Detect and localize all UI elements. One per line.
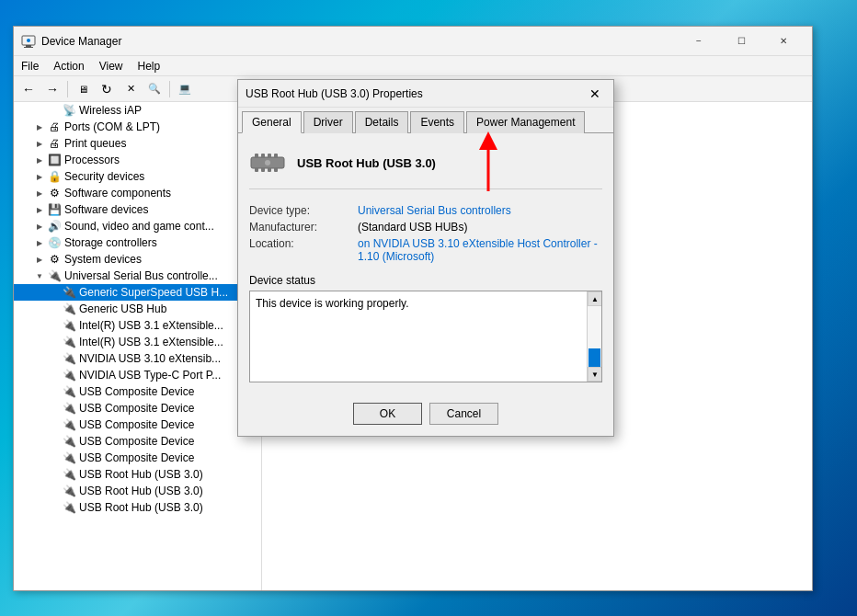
scan-button[interactable]: 🔍	[143, 79, 166, 99]
device-icon-nvidia-usb310: 🔌	[62, 351, 76, 366]
tree-item-software-devices[interactable]: ▶ 💾 Software devices	[14, 201, 261, 218]
tab-power-management[interactable]: Power Management	[466, 111, 585, 133]
label-usb-root-1: USB Root Hub (USB 3.0)	[79, 468, 203, 481]
tree-item-wireless[interactable]: 📡 Wireless iAP	[14, 102, 261, 119]
label-wireless: Wireless iAP	[79, 104, 142, 117]
dialog-tabs: General Driver Details Events Power Mana…	[238, 108, 613, 133]
expander-processors: ▶	[32, 153, 47, 167]
cancel-button[interactable]: Cancel	[429, 403, 498, 425]
uninstall-button[interactable]: ✕	[120, 79, 142, 99]
device-tree[interactable]: 📡 Wireless iAP ▶ 🖨 Ports (COM & LPT) ▶ 🖨…	[14, 102, 262, 590]
label-software-components: Software components	[64, 187, 171, 200]
device-icon-software-components: ⚙	[47, 186, 62, 200]
svg-rect-5	[255, 154, 258, 158]
tree-item-intel-usb31-1[interactable]: 🔌 Intel(R) USB 3.1 eXtensible...	[14, 317, 261, 334]
expander-intel-usb31-1	[47, 318, 62, 333]
tree-item-usb-root-3[interactable]: 🔌 USB Root Hub (USB 3.0)	[14, 499, 261, 516]
tree-item-usb-composite-4[interactable]: 🔌 USB Composite Device	[14, 433, 261, 450]
properties-button[interactable]: 🖥	[72, 79, 94, 99]
device-header: USB Root Hub (USB 3.0)	[249, 144, 602, 189]
expander-storage: ▶	[32, 235, 47, 250]
svg-rect-11	[268, 167, 271, 172]
expander-software-devices: ▶	[32, 202, 47, 217]
app-icon	[21, 34, 36, 49]
svg-rect-9	[255, 167, 258, 172]
close-button[interactable]: ✕	[762, 27, 805, 56]
svg-rect-6	[261, 154, 265, 158]
menubar: File Action View Help	[14, 56, 812, 76]
location-value: on NVIDIA USB 3.10 eXtensible Host Contr…	[358, 237, 602, 263]
tree-item-usb-composite-2[interactable]: 🔌 USB Composite Device	[14, 400, 261, 416]
device-manager-icon-btn[interactable]: 💻	[174, 79, 196, 99]
expander-usb-root-2	[47, 484, 62, 498]
expander-security: ▶	[32, 169, 47, 184]
tree-item-nvidia-typec[interactable]: 🔌 NVIDIA USB Type-C Port P...	[14, 367, 261, 383]
tree-item-generic-superspeed[interactable]: 🔌 Generic SuperSpeed USB H...	[14, 284, 261, 301]
expander-usb-composite-4	[47, 434, 62, 449]
device-icon-print: 🖨	[47, 136, 62, 151]
status-label: Device status	[249, 274, 602, 287]
tree-item-usb-composite-3[interactable]: 🔌 USB Composite Device	[14, 416, 261, 433]
tab-general[interactable]: General	[242, 111, 302, 133]
device-icon-intel-usb31-2: 🔌	[62, 335, 76, 349]
label-usb-composite-3: USB Composite Device	[79, 418, 194, 431]
tab-events[interactable]: Events	[410, 111, 464, 133]
menu-help[interactable]: Help	[131, 56, 168, 75]
tree-item-usb-composite-1[interactable]: 🔌 USB Composite Device	[14, 383, 261, 400]
scrollbar-track	[588, 306, 601, 367]
device-icon-usb-root-3: 🔌	[62, 500, 76, 515]
expander-ports: ▶	[32, 120, 47, 134]
svg-point-13	[265, 160, 270, 165]
tree-item-nvidia-usb310[interactable]: 🔌 NVIDIA USB 3.10 eXtensib...	[14, 350, 261, 367]
tab-driver[interactable]: Driver	[303, 111, 353, 133]
svg-rect-1	[26, 45, 31, 47]
tree-item-intel-usb31-2[interactable]: 🔌 Intel(R) USB 3.1 eXtensible...	[14, 334, 261, 350]
device-type-value: Universal Serial Bus controllers	[358, 204, 602, 217]
tab-details[interactable]: Details	[355, 111, 409, 133]
status-scrollbar[interactable]: ▲ ▼	[587, 291, 601, 382]
device-icon-usb-composite-1: 🔌	[62, 384, 76, 399]
menu-file[interactable]: File	[14, 56, 46, 75]
tree-item-storage[interactable]: ▶ 💿 Storage controllers	[14, 234, 261, 251]
tree-item-usb-root-2[interactable]: 🔌 USB Root Hub (USB 3.0)	[14, 483, 261, 499]
dialog-title: USB Root Hub (USB 3.0) Properties	[246, 87, 584, 100]
label-storage: Storage controllers	[64, 236, 157, 249]
expander-sound: ▶	[32, 219, 47, 234]
scrollbar-up-btn[interactable]: ▲	[588, 291, 602, 306]
label-sound: Sound, video and game cont...	[64, 220, 214, 233]
device-icon-usb-composite-2: 🔌	[62, 401, 76, 416]
menu-view[interactable]: View	[92, 56, 131, 75]
menu-action[interactable]: Action	[46, 56, 91, 75]
forward-button[interactable]: →	[41, 79, 63, 99]
svg-rect-12	[274, 167, 278, 172]
tree-item-generic-usb-hub[interactable]: 🔌 Generic USB Hub	[14, 301, 261, 317]
tree-item-sound[interactable]: ▶ 🔊 Sound, video and game cont...	[14, 218, 261, 234]
tree-item-print[interactable]: ▶ 🖨 Print queues	[14, 135, 261, 152]
tree-item-usb-root-1[interactable]: 🔌 USB Root Hub (USB 3.0)	[14, 466, 261, 483]
expander-usb-composite-5	[47, 451, 62, 465]
device-type-label: Device type:	[249, 204, 350, 217]
label-print: Print queues	[64, 137, 126, 150]
device-icon-system: ⚙	[47, 252, 62, 267]
tree-item-ports[interactable]: ▶ 🖨 Ports (COM & LPT)	[14, 119, 261, 135]
scrollbar-down-btn[interactable]: ▼	[588, 367, 602, 382]
tree-item-usb-composite-5[interactable]: 🔌 USB Composite Device	[14, 450, 261, 466]
tree-item-system[interactable]: ▶ ⚙ System devices	[14, 251, 261, 268]
dialog-close-button[interactable]: ✕	[584, 84, 606, 104]
manufacturer-label: Manufacturer:	[249, 221, 350, 234]
expander-usb-root-3	[47, 500, 62, 515]
tree-item-software-components[interactable]: ▶ ⚙ Software components	[14, 185, 261, 201]
tree-item-usb-controllers[interactable]: ▼ 🔌 Universal Serial Bus controlle...	[14, 268, 261, 284]
device-icon-security: 🔒	[47, 169, 62, 184]
minimize-button[interactable]: −	[678, 27, 720, 56]
update-driver-button[interactable]: ↻	[96, 79, 118, 99]
back-button[interactable]: ←	[17, 79, 40, 99]
label-usb-root-2: USB Root Hub (USB 3.0)	[79, 485, 203, 497]
svg-rect-8	[274, 154, 278, 158]
dialog-body: USB Root Hub (USB 3.0) Device type: Univ…	[238, 133, 613, 394]
tree-item-processors[interactable]: ▶ 🔲 Processors	[14, 152, 261, 168]
ok-button[interactable]: OK	[353, 403, 422, 425]
maximize-button[interactable]: ☐	[720, 27, 762, 56]
tree-item-security[interactable]: ▶ 🔒 Security devices	[14, 168, 261, 185]
expander-intel-usb31-2	[47, 335, 62, 349]
